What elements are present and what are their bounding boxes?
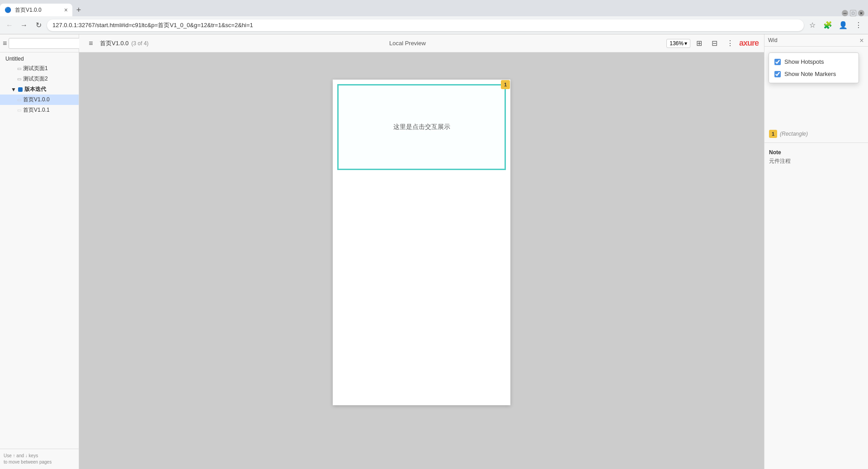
sidebar-footer: Use ↑ and ↓ keys to move between pages <box>0 449 79 469</box>
local-preview-label: Local Preview <box>389 40 426 47</box>
show-note-markers-label: Show Note Markers <box>784 71 836 77</box>
sidebar-item-home-v100[interactable]: ▭ 首页V1.0.0 <box>0 95 79 105</box>
footer-line-1: Use ↑ and ↓ keys <box>4 453 75 459</box>
zoom-control[interactable]: 136% ▾ <box>666 39 690 48</box>
toolbar-center: Local Preview <box>389 40 426 47</box>
layout-icon-2-button[interactable]: ⊟ <box>708 37 721 50</box>
sidebar-item-test-page-2[interactable]: ▭ 测试页面2 <box>0 74 79 84</box>
account-icon[interactable]: 👤 <box>837 19 849 31</box>
app-title: 首页V1.0.0 <box>100 39 129 47</box>
show-hotspots-item[interactable]: Show Hotspots <box>769 56 859 68</box>
notes-section: Note 元件注程 <box>764 146 868 169</box>
canvas-page: 这里是点击交互展示 1 <box>333 80 510 405</box>
tab-title: 首页V1.0.0 <box>15 6 61 14</box>
right-panel-top: Wid <box>764 34 868 47</box>
home-v101-label: 首页V1.0.1 <box>23 106 50 114</box>
test-page-1-label: 测试页面1 <box>23 65 48 72</box>
untitled-text: Untitled <box>5 56 24 62</box>
wid-label: Wid <box>768 37 778 43</box>
version-color-indicator <box>18 87 23 92</box>
sidebar-untitled-label: Untitled <box>0 54 79 63</box>
more-options-button[interactable]: ⋮ <box>724 37 736 50</box>
sidebar: ≡ ‹ › Untitled ▭ 测试页面1 ▭ 测试页面2 ▼ 版本迭代 <box>0 34 79 469</box>
axure-logo: axure <box>739 38 759 48</box>
sidebar-item-home-v101[interactable]: ▭ 首页V1.0.1 <box>0 105 79 115</box>
sidebar-menu-icon[interactable]: ≡ <box>3 39 7 47</box>
forward-button[interactable]: → <box>18 19 30 31</box>
toolbar-left: ≡ 首页V1.0.0 (3 of 4) <box>85 37 149 50</box>
version-section-label: 版本迭代 <box>24 85 46 93</box>
tab-favicon: 🔵 <box>5 7 11 13</box>
layout-icon-1-button[interactable]: ⊞ <box>693 37 706 50</box>
version-expand-icon: ▼ <box>11 86 16 93</box>
star-icon[interactable]: ☆ <box>807 19 818 31</box>
sidebar-item-test-page-1[interactable]: ▭ 测试页面1 <box>0 63 79 74</box>
home-v100-label: 首页V1.0.0 <box>23 96 50 104</box>
doc-icon-4: ▭ <box>17 108 21 113</box>
minimize-button[interactable]: ─ <box>842 10 848 16</box>
browser-toolbar-icons: ☆ 🧩 👤 ⋮ <box>807 19 864 31</box>
show-note-markers-item[interactable]: Show Note Markers <box>769 68 859 80</box>
show-note-markers-checkbox[interactable] <box>774 71 781 77</box>
show-hotspots-label: Show Hotspots <box>784 58 824 65</box>
hotspot-label: 这里是点击交互展示 <box>393 123 450 131</box>
reload-button[interactable]: ↻ <box>33 19 44 31</box>
widget-row: 1 (Rectangle) <box>764 128 868 140</box>
sidebar-header: ≡ ‹ › <box>0 34 79 52</box>
close-window-button[interactable]: × <box>858 10 864 16</box>
canvas-note-marker[interactable]: 1 <box>501 80 510 89</box>
doc-icon-1: ▭ <box>17 66 21 71</box>
widget-note-marker: 1 <box>769 130 777 138</box>
doc-icon-2: ▭ <box>17 76 21 81</box>
preview-area: 这里是点击交互展示 1 <box>79 52 764 469</box>
notes-content: 元件注程 <box>769 157 863 165</box>
app-toolbar: ≡ 首页V1.0.0 (3 of 4) Local Preview 136% ▾… <box>79 34 764 52</box>
doc-icon-3: ▭ <box>17 97 21 102</box>
sidebar-tree: Untitled ▭ 测试页面1 ▭ 测试页面2 ▼ 版本迭代 ▭ 首页V1.0… <box>0 52 79 449</box>
widget-type-label: (Rectangle) <box>780 131 808 137</box>
maximize-button[interactable]: □ <box>850 10 856 16</box>
active-tab[interactable]: 🔵 首页V1.0.0 × <box>0 4 72 16</box>
app-layout: ≡ ‹ › Untitled ▭ 测试页面1 ▭ 测试页面2 ▼ 版本迭代 <box>0 34 868 469</box>
browser-chrome: 🔵 首页V1.0.0 × + ─ □ × ← → ↻ ☆ 🧩 👤 ⋮ <box>0 0 868 34</box>
main-content: ≡ 首页V1.0.0 (3 of 4) Local Preview 136% ▾… <box>79 34 764 469</box>
app-menu-button[interactable]: ≡ <box>85 37 97 50</box>
sidebar-section-version[interactable]: ▼ 版本迭代 <box>0 84 79 95</box>
dropdown-popup: Show Hotspots Show Note Markers <box>769 52 859 83</box>
extensions-icon[interactable]: 🧩 <box>822 19 834 31</box>
footer-line-2: to move between pages <box>4 459 75 465</box>
new-tab-button[interactable]: + <box>72 4 85 16</box>
back-button[interactable]: ← <box>4 19 15 31</box>
toolbar-right: 136% ▾ ⊞ ⊟ ⋮ axure <box>666 37 759 50</box>
address-input[interactable] <box>47 19 804 31</box>
zoom-dropdown-icon: ▾ <box>684 40 687 47</box>
right-panel-close-button[interactable]: × <box>857 36 866 45</box>
notes-title: Note <box>769 149 863 156</box>
address-bar-row: ← → ↻ ☆ 🧩 👤 ⋮ <box>0 16 868 34</box>
test-page-2-label: 测试页面2 <box>23 75 48 83</box>
browser-menu-icon[interactable]: ⋮ <box>853 19 864 31</box>
zoom-level: 136% <box>670 40 684 47</box>
page-count: (3 of 4) <box>132 40 149 47</box>
right-panel: Wid Show Hotspots Show Note Markers 1 (R… <box>764 34 868 469</box>
show-hotspots-checkbox[interactable] <box>774 59 781 65</box>
canvas-hotspot[interactable]: 这里是点击交互展示 1 <box>337 84 506 170</box>
notes-divider <box>764 142 868 143</box>
tab-close-button[interactable]: × <box>64 7 68 13</box>
tab-bar: 🔵 首页V1.0.0 × + ─ □ × <box>0 0 868 16</box>
sidebar-search-input[interactable] <box>9 38 83 49</box>
